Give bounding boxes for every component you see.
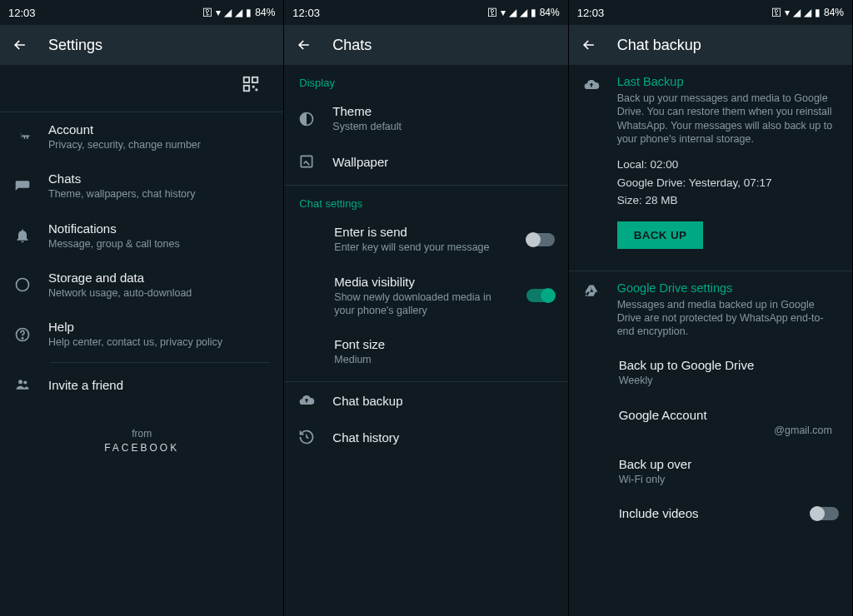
backup-item-account[interactable]: Google Account @gmail.com <box>569 398 852 447</box>
item-sub: Message, group & call tones <box>48 237 270 251</box>
key-icon: ⚿ <box>202 7 212 18</box>
item-sub: @gmail.com <box>619 424 839 437</box>
item-sub: Privacy, security, change number <box>48 138 270 152</box>
chats-item-enter-send[interactable]: Enter is send Enter key will send your m… <box>284 215 567 264</box>
backup-item-over[interactable]: Back up over Wi-Fi only <box>569 447 852 496</box>
item-title: Theme <box>332 104 554 118</box>
svg-rect-0 <box>244 77 249 82</box>
status-bar: 12:03 ⚿ ▾ ◢ ◢ ▮ 84% <box>569 0 852 25</box>
item-title: Chat history <box>332 430 554 445</box>
backup-item-frequency[interactable]: Back up to Google Drive Weekly <box>569 348 852 397</box>
key-icon: ⚿ <box>487 7 497 18</box>
theme-icon <box>297 111 316 127</box>
item-sub: Theme, wallpapers, chat history <box>48 187 270 201</box>
back-icon[interactable] <box>296 37 312 53</box>
app-bar: Chat backup <box>569 25 852 65</box>
settings-item-account[interactable]: Account Privacy, security, change number <box>0 112 283 161</box>
divider <box>50 362 270 363</box>
back-icon[interactable] <box>581 37 597 53</box>
wifi-icon: ▾ <box>216 7 221 18</box>
settings-item-chats[interactable]: Chats Theme, wallpapers, chat history <box>0 161 283 211</box>
svg-rect-4 <box>256 89 258 92</box>
screen-chat-backup: 12:03 ⚿ ▾ ◢ ◢ ▮ 84% Chat backup Last Bac… <box>569 0 853 616</box>
chats-item-media-visibility[interactable]: Media visibility Show newly downloaded m… <box>284 265 567 328</box>
chats-item-chat-backup[interactable]: Chat backup <box>284 382 567 419</box>
gdrive-header: Google Drive settings <box>617 281 839 295</box>
toggle-media-visibility[interactable] <box>526 289 555 302</box>
svg-point-7 <box>22 337 22 338</box>
chats-item-theme[interactable]: Theme System default <box>284 94 567 143</box>
clock: 12:03 <box>8 7 36 19</box>
battery-text: 84% <box>255 7 275 18</box>
item-title: Chat backup <box>332 394 554 408</box>
from-label: from <box>0 428 283 440</box>
app-bar: Settings <box>0 25 283 65</box>
chat-icon <box>13 178 32 195</box>
toggle-include-videos[interactable] <box>811 507 839 520</box>
screen-chats: 12:03 ⚿ ▾ ◢ ◢ ▮ 84% Chats Display Theme … <box>284 0 568 616</box>
backup-content: Last Backup Back up your messages and me… <box>569 65 852 616</box>
page-title: Chats <box>332 37 372 54</box>
status-bar: 12:03 ⚿ ▾ ◢ ◢ ▮ 84% <box>284 0 567 25</box>
cloud-upload-icon <box>582 75 601 93</box>
last-backup-header: Last Backup <box>617 75 839 88</box>
item-title: Include videos <box>619 506 794 520</box>
settings-item-invite[interactable]: Invite a friend <box>0 366 283 403</box>
svg-point-5 <box>17 279 29 291</box>
battery-icon: ▮ <box>531 7 536 18</box>
bell-icon <box>13 227 32 244</box>
chats-item-chat-history[interactable]: Chat history <box>284 419 567 455</box>
svg-rect-2 <box>244 86 249 91</box>
item-title: Back up over <box>619 457 839 471</box>
toggle-enter-send[interactable] <box>526 233 555 246</box>
backup-item-include-videos[interactable]: Include videos <box>569 496 852 530</box>
signal-icon: ◢ <box>793 7 801 18</box>
svg-rect-3 <box>252 86 255 88</box>
help-icon <box>13 326 32 343</box>
key-icon: ⚿ <box>771 7 781 18</box>
status-icons: ⚿ ▾ ◢ ◢ ▮ 84% <box>487 7 560 18</box>
item-title: Invite a friend <box>48 378 270 392</box>
page-title: Chat backup <box>617 37 701 54</box>
wallpaper-icon <box>297 153 316 170</box>
item-title: Storage and data <box>48 271 270 285</box>
from-facebook: from FACEBOOK <box>0 428 283 454</box>
svg-point-9 <box>23 381 27 385</box>
signal-icon: ◢ <box>804 7 811 18</box>
item-title: Help <box>48 320 270 334</box>
clock: 12:03 <box>577 7 605 19</box>
chats-item-wallpaper[interactable]: Wallpaper <box>284 143 567 180</box>
status-bar: 12:03 ⚿ ▾ ◢ ◢ ▮ 84% <box>0 0 283 25</box>
item-title: Media visibility <box>334 275 509 289</box>
settings-item-notifications[interactable]: Notifications Message, group & call tone… <box>0 211 283 261</box>
item-title: Wallpaper <box>332 155 554 169</box>
clock: 12:03 <box>292 7 320 19</box>
backup-button[interactable]: BACK UP <box>617 221 704 249</box>
screen-settings: 12:03 ⚿ ▾ ◢ ◢ ▮ 84% Settings Account Pri… <box>0 0 284 616</box>
settings-item-help[interactable]: Help Help center, contact us, privacy po… <box>0 310 283 359</box>
app-bar: Chats <box>284 25 567 65</box>
page-title: Settings <box>48 37 102 54</box>
settings-list: Account Privacy, security, change number… <box>0 65 283 616</box>
data-icon <box>13 276 32 293</box>
item-title: Font size <box>334 337 554 351</box>
signal-icon: ◢ <box>224 7 232 18</box>
item-sub: Network usage, auto-download <box>48 286 270 300</box>
chats-settings: Display Theme System default Wallpaper C… <box>284 65 567 616</box>
wifi-icon: ▾ <box>785 7 790 18</box>
history-icon <box>297 429 316 445</box>
backup-size: Size: 28 MB <box>617 193 839 208</box>
last-backup-desc: Back up your messages and media to Googl… <box>617 92 839 146</box>
settings-item-storage[interactable]: Storage and data Network usage, auto-dow… <box>0 261 283 310</box>
item-title: Account <box>48 122 270 137</box>
chats-item-font-size[interactable]: Font size Medium <box>284 327 567 376</box>
back-icon[interactable] <box>12 37 28 53</box>
item-sub: Medium <box>334 353 554 366</box>
gdrive-desc: Messages and media backed up in Google D… <box>617 298 839 339</box>
battery-text: 84% <box>824 7 844 18</box>
section-gdrive-settings: Google Drive settings Messages and media… <box>569 271 852 349</box>
qr-button[interactable] <box>0 65 283 112</box>
item-title: Enter is send <box>334 225 509 239</box>
people-icon <box>13 376 32 393</box>
signal-icon: ◢ <box>520 7 527 18</box>
